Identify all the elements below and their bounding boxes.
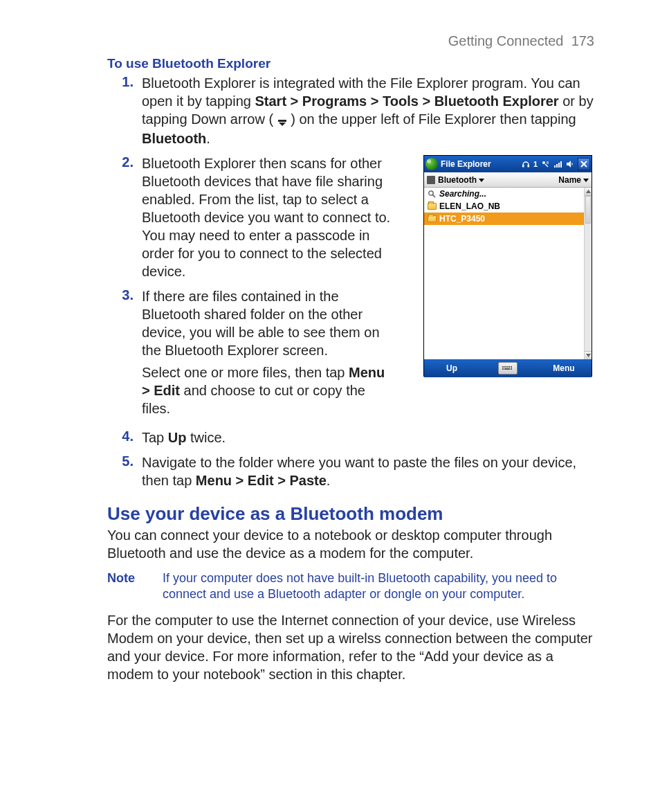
svg-point-12	[429, 191, 433, 195]
signal-icon[interactable]	[553, 159, 562, 169]
step-text: .	[327, 473, 331, 488]
device-icon	[427, 176, 435, 184]
svg-rect-16	[502, 366, 504, 368]
device-titlebar: File Explorer 1	[424, 156, 592, 172]
svg-rect-0	[278, 120, 286, 122]
folder-icon	[427, 202, 437, 210]
path-label[interactable]: Bluetooth	[438, 175, 477, 185]
step-text: ) on the upper left of File Explorer the…	[287, 111, 576, 127]
scroll-thumb[interactable]	[585, 196, 591, 224]
step-body: Bluetooth Explorer is integrated with th…	[142, 74, 594, 147]
list-label: Searching...	[439, 189, 486, 199]
page-number: 173	[571, 33, 594, 48]
headphones-icon[interactable]	[521, 159, 531, 169]
svg-point-4	[542, 161, 545, 164]
svg-marker-11	[583, 179, 589, 182]
chevron-down-icon[interactable]	[479, 175, 484, 185]
scrollbar[interactable]	[584, 188, 592, 359]
sort-label: Name	[558, 175, 581, 185]
folder-icon	[427, 215, 437, 223]
section-title-bluetooth-modem: Use your device as a Bluetooth modem	[107, 503, 594, 525]
keyboard-icon[interactable]	[498, 362, 517, 375]
device-screenshot: File Explorer 1 Bluetooth Name Searching…	[423, 155, 592, 377]
step-text: If there are files contained in the Blue…	[142, 287, 394, 359]
step-4: 4. Tap Up twice.	[107, 428, 594, 446]
close-button[interactable]	[578, 158, 590, 170]
svg-rect-7	[558, 163, 560, 168]
step-text: Select one or more files, then tap	[142, 365, 349, 380]
section-title-bluetooth-explorer: To use Bluetooth Explorer	[107, 56, 594, 71]
step-text: Tap	[142, 430, 168, 445]
svg-rect-17	[504, 366, 506, 368]
connectivity-icon[interactable]	[540, 159, 550, 169]
list-label: ELEN_LAO_NB	[439, 201, 500, 211]
step-number: 5.	[107, 453, 142, 469]
svg-rect-18	[506, 366, 508, 368]
step-number: 2.	[107, 154, 142, 170]
svg-rect-6	[556, 164, 558, 168]
note-label: Note	[107, 570, 163, 603]
svg-marker-1	[279, 123, 286, 126]
step-number: 3.	[107, 287, 142, 303]
svg-rect-2	[522, 165, 524, 168]
step-1: 1. Bluetooth Explorer is integrated with…	[107, 74, 594, 147]
step-bold: Bluetooth	[142, 131, 206, 146]
step-body: If there are files contained in the Blue…	[142, 287, 394, 422]
search-icon	[427, 190, 437, 198]
list-label: HTC_P3450	[439, 214, 485, 224]
scroll-up-icon[interactable]	[585, 188, 592, 196]
list-row-searching: Searching...	[424, 188, 592, 200]
svg-rect-21	[502, 368, 504, 370]
svg-marker-14	[586, 354, 591, 357]
window-title: File Explorer	[441, 159, 491, 169]
svg-rect-8	[560, 161, 562, 168]
svg-rect-23	[511, 368, 512, 370]
step-bold: Menu > Edit > Paste	[196, 473, 327, 488]
file-list: Searching... ELEN_LAO_NB HTC_P3450	[424, 188, 592, 359]
chevron-down-icon	[583, 175, 589, 185]
note-text: If your computer does not have built-in …	[163, 570, 594, 603]
body-paragraph: For the computer to use the Internet con…	[107, 611, 594, 683]
softkey-up[interactable]: Up	[424, 363, 479, 373]
step-number: 4.	[107, 428, 142, 444]
path-bar: Bluetooth Name	[424, 172, 592, 188]
step-number: 1.	[107, 74, 142, 90]
step-bold: Up	[168, 430, 187, 445]
chapter-name: Getting Connected	[448, 33, 564, 48]
svg-marker-9	[567, 161, 571, 168]
svg-rect-3	[527, 165, 529, 168]
step-text: .	[206, 131, 210, 146]
step-body: Bluetooth Explorer then scans for other …	[142, 154, 394, 280]
speaker-icon[interactable]	[565, 159, 575, 169]
softkey-menu[interactable]: Menu	[536, 363, 592, 373]
svg-rect-20	[511, 366, 512, 368]
step-text: twice.	[186, 430, 226, 445]
intro-paragraph: You can connect your device to a noteboo…	[107, 526, 594, 562]
step-5: 5. Navigate to the folder where you want…	[107, 453, 594, 489]
svg-marker-10	[479, 179, 484, 182]
step-bold: Start > Programs > Tools > Bluetooth Exp…	[255, 93, 558, 109]
scroll-down-icon[interactable]	[585, 351, 592, 359]
note-block: Note If your computer does not have buil…	[107, 570, 594, 603]
list-row-selected[interactable]: HTC_P3450	[424, 213, 592, 225]
step-body: Navigate to the folder where you want to…	[142, 453, 594, 489]
page-header: Getting Connected 173	[66, 33, 594, 49]
svg-rect-22	[504, 368, 510, 370]
svg-rect-5	[554, 165, 556, 168]
status-number: 1	[533, 160, 538, 168]
down-arrow-icon	[277, 111, 287, 129]
step-body: Tap Up twice.	[142, 428, 594, 446]
sort-dropdown[interactable]: Name	[558, 175, 589, 185]
step-text: Select one or more files, then tap Menu …	[142, 363, 394, 417]
svg-rect-19	[508, 366, 510, 368]
device-softkey-bar: Up Menu	[424, 359, 592, 377]
list-row[interactable]: ELEN_LAO_NB	[424, 200, 592, 213]
start-icon[interactable]	[425, 158, 438, 170]
svg-marker-13	[586, 190, 591, 193]
